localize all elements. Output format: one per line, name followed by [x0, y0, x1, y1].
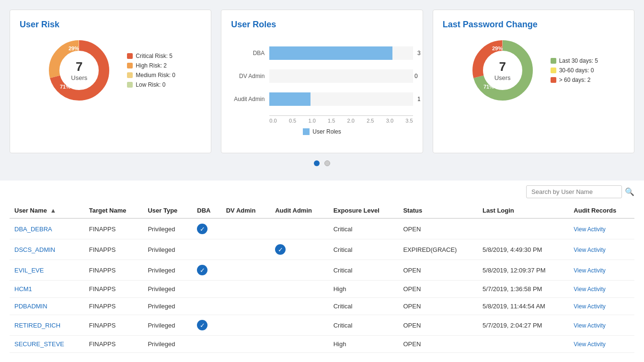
user-risk-label: Users: [71, 74, 87, 81]
cell-exposurelevel: Critical: [329, 315, 399, 336]
cell-auditrecords: View Activity: [569, 336, 634, 353]
axis-0: 0.0: [269, 118, 276, 124]
view-activity-link[interactable]: View Activity: [574, 286, 605, 293]
col-lastlogin[interactable]: Last Login: [478, 203, 569, 218]
view-activity-link[interactable]: View Activity: [574, 267, 605, 274]
axis-05: 0.5: [289, 118, 296, 124]
col-usertype[interactable]: User Type: [143, 203, 192, 218]
cell-auditadmin: [270, 281, 328, 298]
user-link[interactable]: DBA_DEBRA: [14, 226, 52, 233]
bar-label-auditadmin: Audit Admin: [231, 96, 264, 102]
cell-status: OPEN: [398, 281, 478, 298]
cell-dvadmin: [221, 298, 270, 315]
dot-2[interactable]: [324, 160, 330, 166]
cell-usertype: Privileged: [143, 315, 192, 336]
table-row: EVIL_EVEFINAPPSPrivileged✓CriticalOPEN5/…: [10, 260, 634, 281]
cell-exposurelevel: Critical: [329, 260, 399, 281]
cell-status: OPEN: [398, 298, 478, 315]
bar-legend: User Roles: [231, 128, 413, 135]
search-icon[interactable]: 🔍: [625, 187, 634, 196]
cell-status: EXPIRED(GRACE): [398, 239, 478, 260]
legend-label-60days: 30-60 days: 0: [559, 67, 594, 74]
table-row: SECURE_STEVEFINAPPSPrivilegedHighOPENVie…: [10, 336, 634, 353]
legend-label-over60: > 60 days: 2: [559, 77, 591, 83]
user-risk-title: User Risk: [20, 20, 201, 30]
bar-fill-auditadmin: [269, 92, 310, 106]
user-risk-donut-wrap: 71% 29% 7 Users: [46, 37, 113, 104]
col-exposurelevel[interactable]: Exposure Level: [329, 203, 399, 218]
col-username[interactable]: User Name ▲: [10, 203, 84, 218]
user-risk-center: 7 Users: [71, 59, 87, 81]
user-roles-card: User Roles DBA 3 DV Admin: [221, 10, 423, 153]
view-activity-link[interactable]: View Activity: [574, 226, 605, 233]
table-body: DBA_DEBRAFINAPPSPrivileged✓CriticalOPENV…: [10, 218, 634, 353]
user-link[interactable]: SECURE_STEVE: [14, 340, 64, 348]
cell-status: OPEN: [398, 260, 478, 281]
cell-usertype: Privileged: [143, 281, 192, 298]
col-auditadmin[interactable]: Audit Admin: [270, 203, 328, 218]
user-link[interactable]: HCM1: [14, 285, 32, 293]
bar-legend-label: User Roles: [312, 128, 341, 135]
cell-lastlogin: 5/7/2019, 2:04:27 PM: [478, 315, 569, 336]
col-auditrecords[interactable]: Audit Records: [569, 203, 634, 218]
cell-dvadmin: [221, 218, 270, 239]
search-input[interactable]: [526, 185, 622, 198]
cell-username: DBA_DEBRA: [10, 218, 84, 239]
cell-auditadmin: [270, 218, 328, 239]
cards-row: User Risk 71% 29% 7 Users: [10, 10, 634, 153]
cell-exposurelevel: High: [329, 336, 399, 353]
cell-auditrecords: View Activity: [569, 218, 634, 239]
col-status[interactable]: Status: [398, 203, 478, 218]
bar-axis: 0.0 0.5 1.0 1.5 2.0 2.5 3.0 3.5: [269, 115, 413, 124]
table-row: DSCS_ADMINFINAPPSPrivileged✓CriticalEXPI…: [10, 239, 634, 260]
axis-35: 3.5: [405, 118, 413, 124]
cell-dba: ✓: [192, 315, 221, 336]
cell-dba: [192, 336, 221, 353]
bar-chart-rows: DBA 3 DV Admin 0: [231, 46, 413, 106]
col-dvadmin[interactable]: DV Admin: [221, 203, 270, 218]
legend-dot-low: [127, 82, 133, 88]
user-risk-card: User Risk 71% 29% 7 Users: [10, 10, 211, 153]
axis-25: 2.5: [367, 118, 374, 124]
cell-username: DSCS_ADMIN: [10, 239, 84, 260]
cell-auditrecords: View Activity: [569, 260, 634, 281]
cell-targetname: FINAPPS: [84, 336, 143, 353]
bar-label-dba: DBA: [231, 50, 264, 57]
legend-dot-60days: [551, 68, 556, 73]
user-link[interactable]: RETIRED_RICH: [14, 322, 60, 329]
svg-text:29%: 29%: [492, 45, 503, 51]
cell-auditrecords: View Activity: [569, 298, 634, 315]
view-activity-link[interactable]: View Activity: [574, 247, 605, 253]
check-auditadmin: ✓: [275, 244, 286, 255]
top-section: User Risk 71% 29% 7 Users: [0, 0, 644, 176]
cell-dvadmin: [221, 260, 270, 281]
data-table: User Name ▲ Target Name User Type DBA DV…: [10, 203, 634, 353]
legend-dot-medium: [127, 72, 133, 78]
bar-fill-dba: [269, 46, 392, 60]
dot-1[interactable]: [314, 160, 320, 166]
cell-dba: ✓: [192, 218, 221, 239]
user-link[interactable]: EVIL_EVE: [14, 267, 44, 274]
legend-label-30days: Last 30 days: 5: [559, 57, 598, 64]
cell-exposurelevel: Critical: [329, 298, 399, 315]
cell-username: PDBADMIN: [10, 298, 84, 315]
user-link[interactable]: DSCS_ADMIN: [14, 246, 55, 253]
col-dba[interactable]: DBA: [192, 203, 221, 218]
user-link[interactable]: PDBADMIN: [14, 303, 47, 310]
legend-dot-critical: [127, 53, 133, 59]
bar-legend-color: [303, 128, 310, 135]
last-password-count: 7: [494, 59, 511, 74]
cell-dvadmin: [221, 336, 270, 353]
cell-username: HCM1: [10, 281, 84, 298]
bar-bg-auditadmin: 1: [269, 92, 413, 106]
view-activity-link[interactable]: View Activity: [574, 303, 605, 310]
cell-usertype: Privileged: [143, 239, 192, 260]
bar-label-dvadmin: DV Admin: [231, 73, 264, 79]
col-targetname[interactable]: Target Name: [84, 203, 143, 218]
cell-auditrecords: View Activity: [569, 315, 634, 336]
view-activity-link[interactable]: View Activity: [574, 341, 605, 348]
cell-dvadmin: [221, 281, 270, 298]
cell-dba: ✓: [192, 260, 221, 281]
view-activity-link[interactable]: View Activity: [574, 322, 605, 329]
sort-arrow-username: ▲: [50, 207, 57, 214]
